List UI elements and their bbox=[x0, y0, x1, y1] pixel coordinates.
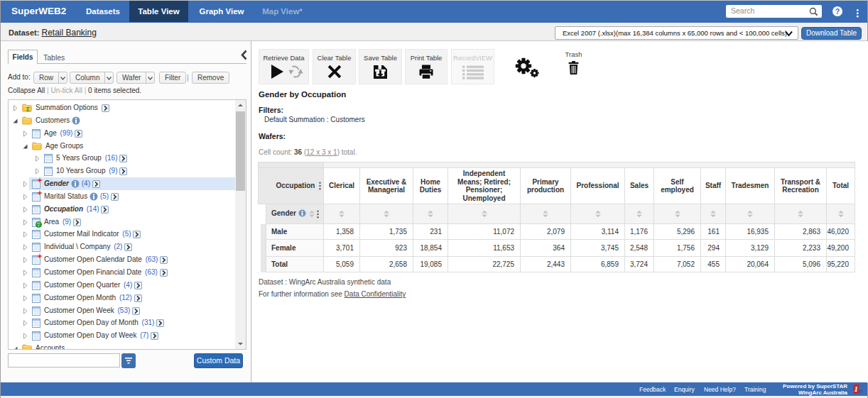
svg-text:ST: ST bbox=[858, 389, 862, 394]
svg-text:1: 1 bbox=[854, 385, 858, 393]
svg-text:Σ: Σ bbox=[26, 106, 31, 113]
